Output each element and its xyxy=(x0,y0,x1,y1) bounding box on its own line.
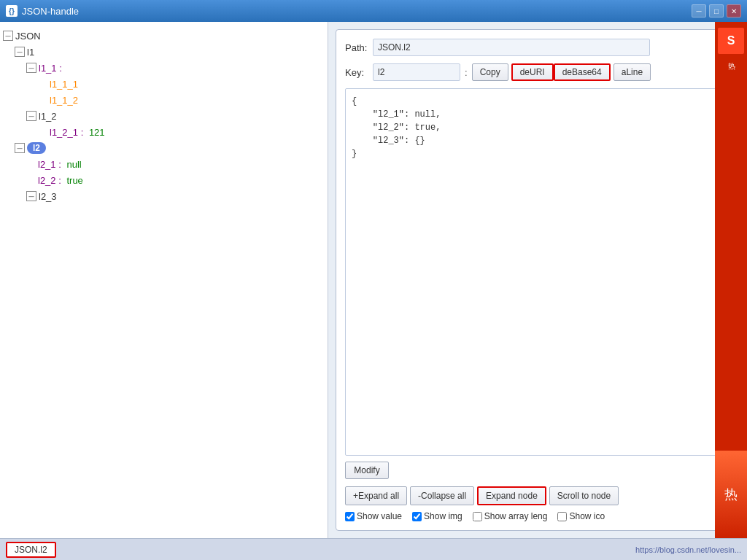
detail-panel: Path: Key: : Copy deURI deBase64 aLine M… xyxy=(336,29,740,531)
deuri-button[interactable]: deURI xyxy=(511,63,554,81)
tree-value-l2-2: true xyxy=(66,175,82,186)
expand-node-button[interactable]: Expand node xyxy=(477,486,546,505)
show-img-option[interactable]: Show img xyxy=(412,511,462,521)
window-title: JSON-handle xyxy=(22,6,692,17)
aline-button[interactable]: aLine xyxy=(614,63,651,81)
expand-icon-l2[interactable]: ─ xyxy=(15,143,25,153)
scroll-to-node-button[interactable]: Scroll to node xyxy=(549,486,619,505)
tree-node-l2-3[interactable]: ─ l2_3 xyxy=(3,188,325,204)
tree-key-json: JSON xyxy=(15,31,41,42)
tree-key-label-l1-2-1: l1_2_1 : xyxy=(50,127,83,138)
expand-icon-json[interactable]: ─ xyxy=(3,31,13,41)
json-textarea[interactable] xyxy=(345,88,730,456)
tree-panel: ─ JSON ─ l1 ─ l1_1 : l1_1_1 xyxy=(0,22,328,538)
show-value-option[interactable]: Show value xyxy=(345,511,402,521)
expand-all-button[interactable]: +Expand all xyxy=(345,486,407,505)
tree-node-l1[interactable]: ─ l1 xyxy=(3,44,325,60)
title-bar: {} JSON-handle ─ □ ✕ xyxy=(0,0,747,22)
main-area: ─ JSON ─ l1 ─ l1_1 : l1_1_1 xyxy=(0,22,747,538)
colon-separator: : xyxy=(465,67,468,78)
show-value-label: Show value xyxy=(357,511,402,521)
expand-icon-l2-3[interactable]: ─ xyxy=(26,191,36,201)
tree-value-l1-2-1: 121 xyxy=(89,127,105,138)
tree-node-l2-2[interactable]: l2_2 : true xyxy=(3,172,325,188)
tree-key-l1-1-1: l1_1_1 xyxy=(50,79,78,90)
show-array-leng-checkbox[interactable] xyxy=(473,512,482,521)
tree-key-l2-2: l2_2 : xyxy=(38,175,61,186)
tree-value-l2-1: null xyxy=(66,159,81,170)
tree-key-l2-1: l2_1 : xyxy=(38,159,61,170)
modify-button[interactable]: Modify xyxy=(345,462,389,479)
tree-node-l1-1-2[interactable]: l1_1_2 xyxy=(3,92,325,108)
expand-icon-l1-2[interactable]: ─ xyxy=(26,111,36,121)
key-label: Key: xyxy=(345,67,373,78)
show-ico-label: Show ico xyxy=(569,511,605,521)
show-img-label: Show img xyxy=(424,511,462,521)
window-controls: ─ □ ✕ xyxy=(692,4,741,18)
action-buttons-row: +Expand all -Collapse all Expand node Sc… xyxy=(345,486,730,505)
tree-node-l2[interactable]: ─ l2 xyxy=(3,140,325,156)
copy-button[interactable]: Copy xyxy=(472,63,508,81)
tree-node-l1-1[interactable]: ─ l1_1 : xyxy=(3,60,325,76)
options-row: Show value Show img Show array leng Show… xyxy=(345,511,730,521)
key-row: Key: : Copy deURI deBase64 aLine xyxy=(345,63,730,81)
status-bar: JSON.l2 https://blog.csdn.net/lovesin... xyxy=(0,538,747,560)
show-array-leng-option[interactable]: Show array leng xyxy=(473,511,548,521)
tree-key-l1-1: l1_1 : xyxy=(39,63,62,74)
tree-badge-l2: l2 xyxy=(27,142,46,154)
tree-key-l1: l1 xyxy=(27,47,34,58)
collapse-all-button[interactable]: -Collapse all xyxy=(410,486,474,505)
expand-icon-l1-1[interactable]: ─ xyxy=(26,63,36,73)
debase64-button[interactable]: deBase64 xyxy=(554,63,611,81)
key-input[interactable] xyxy=(373,63,460,81)
tree-node-l1-1-1[interactable]: l1_1_1 xyxy=(3,76,325,92)
status-url: https://blog.csdn.net/lovesin... xyxy=(635,545,741,554)
tree-key-l2-3: l2_3 xyxy=(39,191,57,202)
ad-panel: S 热 热 xyxy=(715,22,747,538)
show-ico-option[interactable]: Show ico xyxy=(557,511,605,521)
tree-key-l1-2: l1_2 xyxy=(39,111,57,122)
minimize-button[interactable]: ─ xyxy=(692,4,706,18)
tree-node-l1-2-1[interactable]: l1_2_1 : 121 xyxy=(3,124,325,140)
path-input[interactable] xyxy=(373,39,650,56)
show-value-checkbox[interactable] xyxy=(345,512,355,521)
status-path: JSON.l2 xyxy=(6,542,56,558)
path-row: Path: xyxy=(345,39,730,56)
show-ico-checkbox[interactable] xyxy=(557,512,567,521)
ad-image: 热 xyxy=(715,451,747,538)
tree-key-l1-1-2: l1_1_2 xyxy=(50,95,78,106)
path-label: Path: xyxy=(345,42,373,53)
show-array-leng-label: Show array leng xyxy=(484,511,548,521)
ad-badge: S xyxy=(718,28,744,54)
tree-node-l2-1[interactable]: l2_1 : null xyxy=(3,156,325,172)
app-icon: {} xyxy=(6,5,18,17)
right-panel: Path: Key: : Copy deURI deBase64 aLine M… xyxy=(328,22,747,538)
close-button[interactable]: ✕ xyxy=(727,4,741,18)
show-img-checkbox[interactable] xyxy=(412,512,422,521)
tree-node-l1-2[interactable]: ─ l1_2 xyxy=(3,108,325,124)
expand-icon-l1[interactable]: ─ xyxy=(15,47,25,57)
maximize-button[interactable]: □ xyxy=(709,4,724,18)
tree-node-json[interactable]: ─ JSON xyxy=(3,28,325,44)
